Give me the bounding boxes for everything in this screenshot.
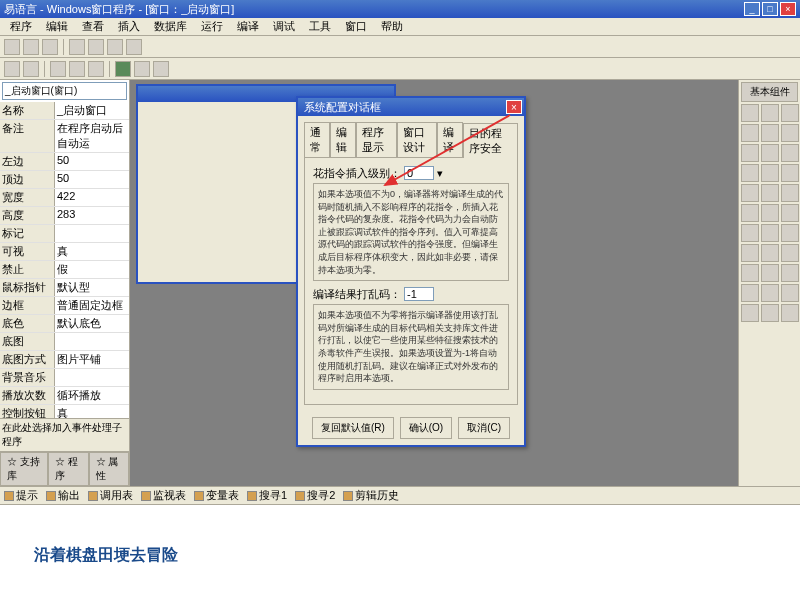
menu-item[interactable]: 插入 (112, 18, 146, 35)
menu-item[interactable]: 查看 (76, 18, 110, 35)
component-tool[interactable] (761, 124, 779, 142)
toolbar-button[interactable] (88, 39, 104, 55)
property-row[interactable]: 边框普通固定边框 (0, 297, 129, 315)
menu-item[interactable]: 帮助 (375, 18, 409, 35)
menu-item[interactable]: 编辑 (40, 18, 74, 35)
component-tool[interactable] (781, 224, 799, 242)
component-tool[interactable] (741, 244, 759, 262)
output-tab[interactable]: 提示 (4, 488, 38, 503)
property-row[interactable]: 高度283 (0, 207, 129, 225)
ok-button[interactable]: 确认(O) (400, 417, 452, 439)
property-row[interactable]: 左边50 (0, 153, 129, 171)
toolbar-button[interactable] (88, 61, 104, 77)
cancel-button[interactable]: 取消(C) (458, 417, 510, 439)
flower-level-input[interactable]: 0 (404, 166, 434, 180)
toolbar-button[interactable] (50, 61, 66, 77)
property-row[interactable]: 控制按钮真 (0, 405, 129, 418)
close-button[interactable]: × (780, 2, 796, 16)
component-tool[interactable] (761, 104, 779, 122)
stop-button[interactable] (153, 61, 169, 77)
property-row[interactable]: 备注在程序启动后自动运 (0, 120, 129, 153)
component-tool[interactable] (761, 224, 779, 242)
output-tab[interactable]: 搜寻1 (247, 488, 287, 503)
component-tool[interactable] (781, 184, 799, 202)
property-row[interactable]: 底图 (0, 333, 129, 351)
dialog-titlebar[interactable]: 系统配置对话框 × (298, 98, 524, 116)
component-tool[interactable] (741, 304, 759, 322)
component-tool[interactable] (741, 124, 759, 142)
panel-tab[interactable]: ☆ 程序 (48, 452, 88, 486)
menu-item[interactable]: 工具 (303, 18, 337, 35)
property-row[interactable]: 宽度422 (0, 189, 129, 207)
toolbar-button[interactable] (4, 39, 20, 55)
dialog-tab[interactable]: 目的程序安全 (463, 123, 518, 158)
property-row[interactable]: 播放次数循环播放 (0, 387, 129, 405)
menu-item[interactable]: 运行 (195, 18, 229, 35)
property-row[interactable]: 底色默认底色 (0, 315, 129, 333)
component-tool[interactable] (781, 264, 799, 282)
toolbar-button[interactable] (107, 39, 123, 55)
property-row[interactable]: 顶边50 (0, 171, 129, 189)
component-tool[interactable] (761, 144, 779, 162)
component-tool[interactable] (761, 184, 779, 202)
component-tool[interactable] (741, 224, 759, 242)
output-tab[interactable]: 剪辑历史 (343, 488, 399, 503)
toolbar-button[interactable] (126, 39, 142, 55)
menu-item[interactable]: 窗口 (339, 18, 373, 35)
component-tool[interactable] (781, 244, 799, 262)
component-tool[interactable] (761, 304, 779, 322)
restore-default-button[interactable]: 复回默认值(R) (312, 417, 394, 439)
toolbar-button[interactable] (23, 61, 39, 77)
property-row[interactable]: 背景音乐 (0, 369, 129, 387)
component-tool[interactable] (741, 204, 759, 222)
component-tool[interactable] (781, 144, 799, 162)
property-row[interactable]: 鼠标指针默认型 (0, 279, 129, 297)
property-row[interactable]: 名称_启动窗口 (0, 102, 129, 120)
menu-item[interactable]: 数据库 (148, 18, 193, 35)
toolbar-button[interactable] (23, 39, 39, 55)
property-row[interactable]: 标记 (0, 225, 129, 243)
component-tool[interactable] (781, 104, 799, 122)
panel-tab[interactable]: ☆ 属性 (89, 452, 129, 486)
dialog-tab[interactable]: 窗口设计 (397, 122, 437, 157)
output-tab[interactable]: 输出 (46, 488, 80, 503)
component-tool[interactable] (781, 204, 799, 222)
dialog-close-button[interactable]: × (506, 100, 522, 114)
component-tool[interactable] (761, 284, 779, 302)
event-selector[interactable]: 在此处选择加入事件处理子程序 (0, 418, 129, 451)
property-row[interactable]: 可视真 (0, 243, 129, 261)
property-row[interactable]: 禁止假 (0, 261, 129, 279)
object-selector[interactable]: _启动窗口(窗口) (2, 82, 127, 100)
scramble-input[interactable]: -1 (404, 287, 434, 301)
component-tool[interactable] (781, 164, 799, 182)
dialog-tab[interactable]: 编译 (437, 122, 463, 157)
component-tool[interactable] (741, 184, 759, 202)
pause-button[interactable] (134, 61, 150, 77)
maximize-button[interactable]: □ (762, 2, 778, 16)
toolbar-button[interactable] (42, 39, 58, 55)
run-button[interactable] (115, 61, 131, 77)
output-tab[interactable]: 搜寻2 (295, 488, 335, 503)
component-tool[interactable] (741, 284, 759, 302)
component-tool[interactable] (761, 204, 779, 222)
component-tool[interactable] (741, 104, 759, 122)
output-tab[interactable]: 变量表 (194, 488, 239, 503)
output-tab[interactable]: 监视表 (141, 488, 186, 503)
component-tool[interactable] (761, 264, 779, 282)
menu-item[interactable]: 程序 (4, 18, 38, 35)
minimize-button[interactable]: _ (744, 2, 760, 16)
toolbar-button[interactable] (4, 61, 20, 77)
output-tab[interactable]: 调用表 (88, 488, 133, 503)
dialog-tab[interactable]: 通常 (304, 122, 330, 157)
panel-tab[interactable]: ☆ 支持库 (0, 452, 48, 486)
component-tool[interactable] (761, 244, 779, 262)
property-row[interactable]: 底图方式图片平铺 (0, 351, 129, 369)
menu-item[interactable]: 编译 (231, 18, 265, 35)
component-tool[interactable] (741, 264, 759, 282)
component-tool[interactable] (781, 304, 799, 322)
dialog-tab[interactable]: 编辑 (330, 122, 356, 157)
menu-item[interactable]: 调试 (267, 18, 301, 35)
toolbar-button[interactable] (69, 61, 85, 77)
component-tool[interactable] (781, 124, 799, 142)
dialog-tab[interactable]: 程序显示 (356, 122, 396, 157)
